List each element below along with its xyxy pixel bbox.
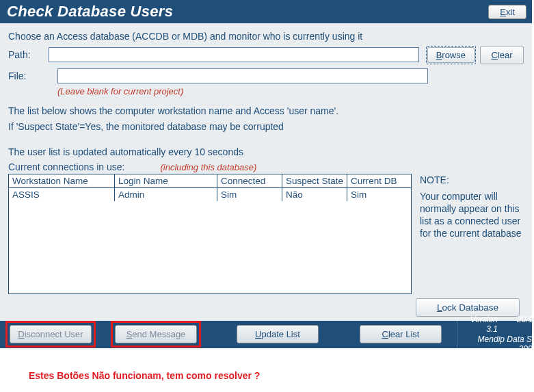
highlight-disconnect: Disconnect User <box>5 321 96 348</box>
browse-button[interactable]: Browse <box>427 47 475 63</box>
cell-connected: Sim <box>217 188 282 201</box>
cell-workstation: ASSIS <box>9 188 115 201</box>
path-label: Path: <box>8 49 49 60</box>
note-text: Your computer will normally appear on th… <box>420 190 522 240</box>
disconnect-user-button[interactable]: Disconnect User <box>10 325 92 343</box>
info-line-2: If 'Suspect State'=Yes, the monitored da… <box>8 120 524 133</box>
col-currentdb: Current DB <box>347 174 411 187</box>
leave-blank-hint: (Leave blank for current project) <box>57 86 524 96</box>
file-label: File: <box>8 70 57 81</box>
version-date: 20/10/2018 <box>517 315 534 335</box>
col-connected: Connected <box>217 174 282 187</box>
bottom-toolbar: Disconnect User Send Message Update List… <box>0 321 532 348</box>
connections-label: Current connections in use: <box>8 161 124 172</box>
note-box: NOTE: Your computer will normally appear… <box>420 174 522 240</box>
path-buttons: Browse Clear <box>426 46 524 64</box>
path-input[interactable] <box>49 47 419 62</box>
instruction-text: Choose an Access database (ACCDB or MDB)… <box>8 30 524 43</box>
send-message-button[interactable]: Send Message <box>115 325 197 343</box>
table-header-row: Workstation Name Login Name Connected Su… <box>9 174 411 188</box>
exit-button[interactable]: Exit <box>488 5 526 19</box>
col-suspect: Suspect State <box>282 174 347 187</box>
connections-header: Current connections in use: (including t… <box>8 161 524 172</box>
clear-list-button[interactable]: Clear List <box>360 325 442 343</box>
body-area: Choose an Access database (ACCDB or MDB)… <box>0 23 532 321</box>
note-title: NOTE: <box>420 174 522 186</box>
version-label: Version 3.1 <box>464 315 498 335</box>
cell-suspect: Não <box>282 188 347 201</box>
app-window: Check Database Users Exit Choose an Acce… <box>0 0 532 348</box>
file-row: File: <box>8 68 524 83</box>
lock-row: Lock Database <box>8 298 524 317</box>
col-login: Login Name <box>115 174 217 187</box>
path-row: Path: Browse Clear <box>8 46 524 64</box>
col-workstation: Workstation Name <box>9 174 115 187</box>
lock-database-button[interactable]: Lock Database <box>416 298 520 317</box>
update-info: The user list is updated automatically e… <box>8 146 524 159</box>
update-list-button[interactable]: Update List <box>237 325 319 343</box>
table-row[interactable]: ASSIS Admin Sim Não Sim <box>9 188 411 201</box>
highlight-send-message: Send Message <box>111 321 201 348</box>
center-buttons: Update List Clear List <box>237 325 442 343</box>
connections-hint: (including this database) <box>160 162 256 172</box>
clear-button[interactable]: Clear <box>480 46 524 64</box>
connections-table: Workstation Name Login Name Connected Su… <box>8 174 412 294</box>
version-info: Version 3.1 20/10/2018 Mendip Data Syste… <box>457 321 534 348</box>
file-input[interactable] <box>57 68 428 83</box>
titlebar: Check Database Users Exit <box>0 0 532 23</box>
window-title: Check Database Users <box>7 3 173 21</box>
copyright-line: Mendip Data Systems 2005-2017 <box>464 335 534 354</box>
browse-focus-ring: Browse <box>426 46 476 64</box>
table-note-row: Workstation Name Login Name Connected Su… <box>8 174 524 294</box>
info-line-1: The list below shows the computer workst… <box>8 105 524 118</box>
annotation-footer: Estes Botões Não funcionam, tem como res… <box>0 348 534 389</box>
cell-currentdb: Sim <box>347 188 411 201</box>
cell-login: Admin <box>115 188 217 201</box>
